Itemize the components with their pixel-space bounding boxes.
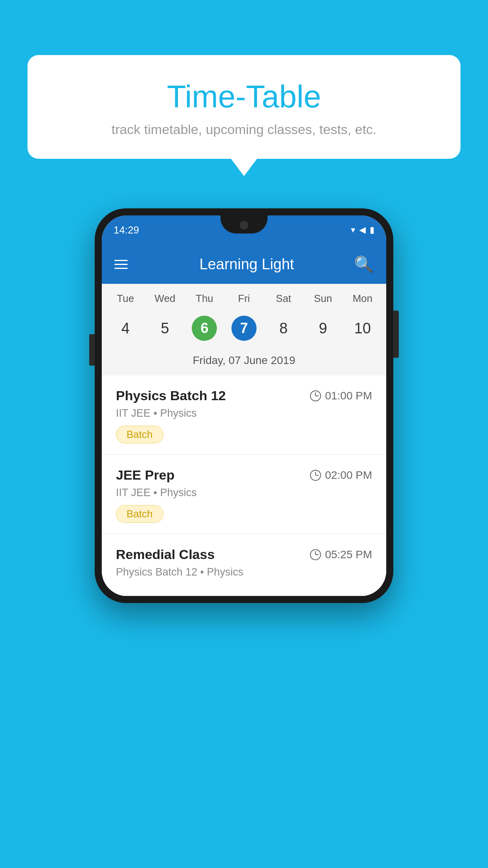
- class-detail-3: Physics Batch 12 • Physics: [116, 566, 372, 578]
- day-7[interactable]: 7: [224, 311, 264, 346]
- hamburger-menu-button[interactable]: [114, 260, 128, 269]
- class-item-1[interactable]: Physics Batch 12 01:00 PM IIT JEE • Phys…: [102, 375, 386, 455]
- calendar-section: Tue Wed Thu Fri Sat Sun Mon 4 5 6 7 8 9 …: [102, 284, 386, 375]
- day-5[interactable]: 5: [145, 311, 185, 346]
- wifi-icon: ▾: [351, 225, 355, 235]
- day-headers: Tue Wed Thu Fri Sat Sun Mon: [102, 284, 386, 308]
- class-time-1: 01:00 PM: [310, 390, 372, 402]
- clock-icon-1: [310, 390, 321, 401]
- search-icon[interactable]: 🔍: [354, 255, 374, 274]
- class-name-3: Remedial Class: [116, 547, 215, 562]
- class-time-2: 02:00 PM: [310, 469, 372, 482]
- speech-bubble: Time-Table track timetable, upcoming cla…: [28, 55, 460, 159]
- class-name-2: JEE Prep: [116, 467, 174, 483]
- status-bar: 14:29 ▾ ◀ ▮: [102, 215, 386, 245]
- day-header-thu: Thu: [185, 292, 224, 305]
- phone-screen: 14:29 ▾ ◀ ▮ Learning Light 🔍 Tue: [102, 215, 386, 596]
- class-detail-1: IIT JEE • Physics: [116, 407, 372, 419]
- class-header-2: JEE Prep 02:00 PM: [116, 467, 372, 483]
- speech-bubble-container: Time-Table track timetable, upcoming cla…: [28, 55, 460, 159]
- app-bar: Learning Light 🔍: [102, 245, 386, 284]
- phone-outer: 14:29 ▾ ◀ ▮ Learning Light 🔍 Tue: [95, 208, 393, 603]
- day-9[interactable]: 9: [303, 311, 343, 346]
- day-header-sat: Sat: [264, 292, 303, 305]
- page-title: Time-Table: [59, 79, 429, 115]
- clock-icon-2: [310, 470, 321, 481]
- day-6[interactable]: 6: [185, 311, 224, 346]
- class-item-2[interactable]: JEE Prep 02:00 PM IIT JEE • Physics Batc…: [102, 455, 386, 534]
- app-title: Learning Light: [139, 256, 354, 273]
- classes-list: Physics Batch 12 01:00 PM IIT JEE • Phys…: [102, 375, 386, 596]
- status-icons: ▾ ◀ ▮: [351, 225, 374, 235]
- class-time-3: 05:25 PM: [310, 548, 372, 561]
- day-header-sun: Sun: [303, 292, 343, 305]
- camera: [240, 221, 248, 230]
- day-header-tue: Tue: [106, 292, 145, 305]
- status-time: 14:29: [114, 224, 139, 236]
- batch-tag-1: Batch: [116, 426, 163, 443]
- day-header-fri: Fri: [224, 292, 264, 305]
- page-subtitle: track timetable, upcoming classes, tests…: [59, 122, 429, 137]
- class-header-3: Remedial Class 05:25 PM: [116, 547, 372, 562]
- day-header-mon: Mon: [343, 292, 382, 305]
- batch-tag-2: Batch: [116, 505, 163, 523]
- class-header-1: Physics Batch 12 01:00 PM: [116, 388, 372, 403]
- day-10[interactable]: 10: [343, 311, 382, 346]
- day-header-wed: Wed: [145, 292, 185, 305]
- signal-icon: ◀: [359, 225, 366, 235]
- battery-icon: ▮: [370, 225, 374, 235]
- clock-icon-3: [310, 549, 321, 560]
- day-4[interactable]: 4: [106, 311, 145, 346]
- day-8[interactable]: 8: [264, 311, 303, 346]
- class-name-1: Physics Batch 12: [116, 388, 226, 403]
- phone-mockup: 14:29 ▾ ◀ ▮ Learning Light 🔍 Tue: [95, 208, 393, 603]
- class-detail-2: IIT JEE • Physics: [116, 487, 372, 499]
- notch: [220, 215, 268, 234]
- class-item-3[interactable]: Remedial Class 05:25 PM Physics Batch 12…: [102, 534, 386, 596]
- selected-date-label: Friday, 07 June 2019: [102, 352, 386, 375]
- day-numbers: 4 5 6 7 8 9 10: [102, 308, 386, 352]
